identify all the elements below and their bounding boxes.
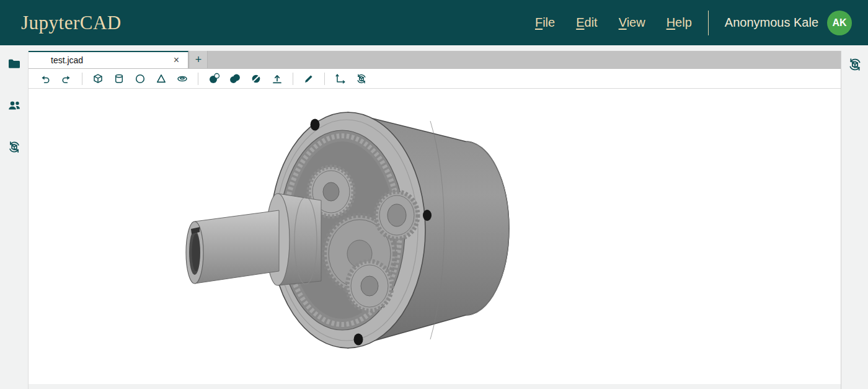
right-panel-3d-view[interactable] [846, 56, 864, 73]
toolbar-separator [198, 73, 198, 85]
redo-button[interactable] [57, 71, 76, 87]
undo-icon [39, 73, 51, 85]
intersection-button[interactable] [247, 71, 265, 87]
tab-bar: test.jcad × + [29, 51, 841, 68]
app-logo: JupyterCAD [21, 12, 122, 34]
tab-test-jcad[interactable]: test.jcad × [29, 51, 188, 68]
sidebar-item-file-browser[interactable] [6, 55, 23, 73]
menu-item-file[interactable]: File [535, 16, 555, 30]
cone-icon [155, 73, 167, 85]
axes-helper-button[interactable] [331, 71, 350, 87]
cube-rotate-icon [355, 73, 368, 85]
tab-title: test.jcad [51, 55, 171, 65]
new-torus-button[interactable] [173, 71, 192, 87]
redo-icon [60, 73, 73, 85]
user-name: Anonymous Kale [725, 16, 818, 30]
union-icon [229, 73, 241, 85]
box-icon [92, 73, 104, 85]
new-cone-button[interactable] [152, 71, 170, 87]
menu-bar: File Edit View Help [535, 16, 692, 30]
sphere-icon [134, 73, 146, 85]
users-icon [7, 98, 22, 113]
exploded-view-button[interactable] [352, 71, 371, 87]
new-cylinder-button[interactable] [110, 71, 128, 87]
menu-item-edit[interactable]: Edit [576, 16, 597, 30]
cylinder-icon [113, 73, 125, 85]
left-sidebar [0, 45, 28, 389]
extrusion-icon [271, 73, 283, 85]
viewport-3d[interactable] [29, 89, 841, 384]
new-sphere-button[interactable] [131, 71, 149, 87]
right-sidebar [841, 45, 868, 389]
pencil-icon [303, 73, 315, 85]
folder-icon [7, 56, 22, 71]
menu-item-view[interactable]: View [619, 16, 645, 30]
toolbar-separator [82, 73, 82, 85]
main-area: test.jcad × + [28, 51, 841, 389]
sketcher-button[interactable] [299, 71, 318, 87]
axes-icon [334, 73, 347, 85]
add-tab-button[interactable]: + [190, 51, 208, 68]
intersection-icon [250, 73, 262, 85]
avatar[interactable]: AK [827, 11, 852, 35]
toolbar-separator [293, 73, 293, 85]
torus-icon [176, 73, 188, 85]
new-box-button[interactable] [89, 71, 107, 87]
cube-rotate-icon [847, 56, 863, 73]
union-button[interactable] [226, 71, 244, 87]
undo-button[interactable] [36, 71, 55, 87]
toolbar [29, 68, 841, 89]
header-divider [708, 11, 709, 35]
header: JupyterCAD File Edit View Help Anonymous… [0, 0, 868, 45]
close-icon[interactable]: × [171, 55, 182, 66]
menu-item-help[interactable]: Help [666, 16, 692, 30]
cube-rotate-icon [7, 140, 22, 154]
sidebar-item-collaborators[interactable] [6, 97, 23, 114]
cut-button[interactable] [205, 71, 223, 87]
extrusion-button[interactable] [268, 71, 286, 87]
cad-model-planetary-gearbox [29, 89, 841, 384]
cut-icon [208, 73, 220, 85]
toolbar-separator [324, 73, 325, 85]
sidebar-item-3d-objects[interactable] [6, 138, 23, 156]
